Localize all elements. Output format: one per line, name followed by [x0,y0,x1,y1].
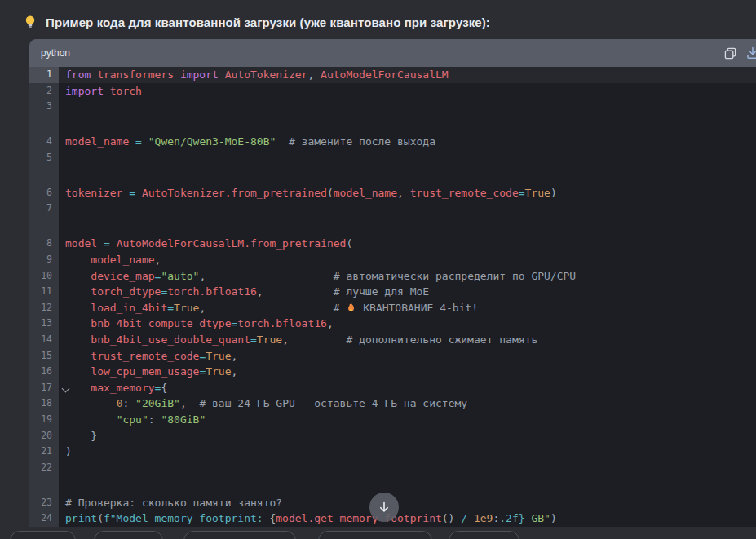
line-number: 16 [29,364,59,380]
message-header: Пример кода для квантованной загрузки (у… [23,15,490,29]
code-line: 1from transformers import AutoTokenizer,… [29,67,756,83]
line-number: 6 [29,185,59,201]
suggestion-chip[interactable] [183,531,296,539]
line-number: 19 [29,412,59,428]
code-line: 10 device_map="auto", # автоматически ра… [29,268,756,285]
code-line: 17 max_memory={ [29,380,756,396]
line-number: 4 [29,134,59,150]
suggestion-chip[interactable] [94,531,163,539]
code-line: 11 torch_dtype=torch.bfloat16, # лучше д… [29,284,756,300]
code-line: 21) [29,444,756,460]
line-number: 23 [29,495,59,511]
line-number: 18 [29,395,59,412]
line-number: 1 [29,67,59,83]
line-number: 12 [29,300,59,316]
line-number: 8 [29,236,59,252]
message-title: Пример кода для квантованной загрузки (у… [46,15,490,29]
code-line: 22 [29,460,756,495]
code-line: 2import torch [29,83,756,99]
line-number: 15 [29,348,59,364]
line-number: 20 [29,428,59,444]
code-line: 14 bnb_4bit_use_double_quant=True, # доп… [29,332,756,348]
code-line: 15 trust_remote_code=True, [29,348,756,364]
suggestion-chip[interactable] [10,531,76,539]
code-line: 18 0: "20GiB", # ваш 24 ГБ GPU — оставьт… [29,395,756,412]
code-block-toolbar [724,46,748,60]
code-line: 9 model_name, [29,252,756,268]
code-line: 7 [29,201,756,236]
code-line: 3 [29,99,756,134]
line-number: 24 [29,510,59,527]
suggestion-chip[interactable] [318,531,432,539]
down-arrow-icon [378,501,391,514]
code-line: 16 low_cpu_mem_usage=True, [29,364,756,380]
code-line: 19 "cpu": "80GiB" [29,412,756,428]
line-number: 21 [29,444,59,460]
line-number: 5 [29,150,59,185]
lightbulb-icon [23,15,38,29]
line-number: 2 [29,83,59,99]
suggestion-chip[interactable] [449,531,519,539]
line-number: 10 [29,268,59,285]
code-body: 1from transformers import AutoTokenizer,… [29,67,756,527]
line-number: 3 [29,99,59,134]
line-number: 13 [29,316,59,332]
line-number: 17 [29,380,59,396]
line-number: 22 [29,460,59,495]
code-block-header: python [29,39,756,67]
copy-icon[interactable] [724,47,736,60]
language-label: python [41,47,70,59]
code-line: 8model = AutoModelForCausalLM.from_pretr… [29,236,756,252]
line-number: 9 [29,252,59,268]
line-number: 7 [29,201,59,236]
line-number: 11 [29,284,59,300]
code-line: 13 bnb_4bit_compute_dtype=torch.bfloat16… [29,316,756,332]
code-line: 5 [29,150,756,185]
download-icon[interactable] [746,46,756,60]
code-block: python 1from transformers import AutoTok… [29,39,756,527]
line-number: 14 [29,332,59,348]
code-line: 12 load_in_4bit=True, # КВАНТОВАНИЕ 4-bi… [29,300,756,316]
code-line: 4model_name = "Qwen/Qwen3-MoE-80B" # зам… [29,134,756,150]
code-line: 20 } [29,428,756,444]
code-line: 6tokenizer = AutoTokenizer.from_pretrain… [29,185,756,201]
scroll-to-bottom-button[interactable] [369,493,399,522]
chat-page: Пример кода для квантованной загрузки (у… [0,0,756,539]
